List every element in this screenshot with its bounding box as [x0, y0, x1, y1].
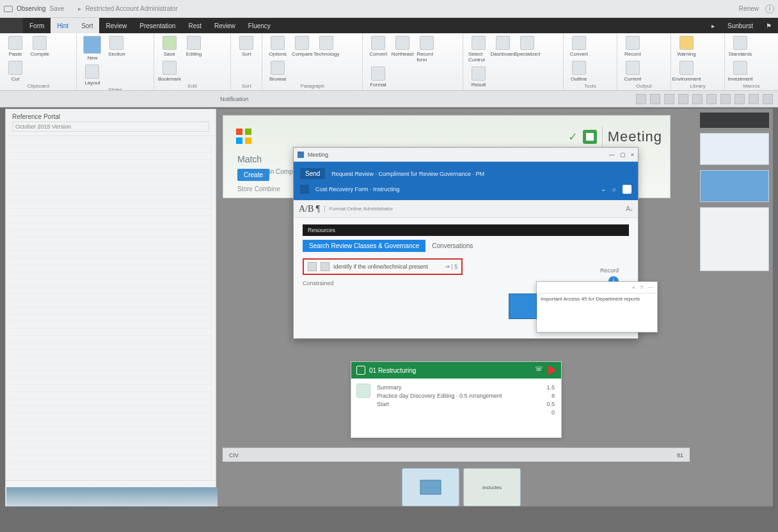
- ribbon-record2[interactable]: Record: [623, 36, 643, 57]
- ribbon-section[interactable]: Section: [106, 36, 127, 61]
- tb2-icon[interactable]: [664, 94, 674, 104]
- ribbon-current[interactable]: Current: [623, 61, 643, 82]
- ribbon-group-clipboard: Paste Compile Cut Clipboard: [0, 33, 77, 90]
- card-phone-icon[interactable]: ☏: [535, 365, 543, 375]
- tab-right-chevron[interactable]: ▸: [705, 18, 721, 33]
- tab-unselected[interactable]: Conversations: [425, 240, 479, 252]
- flyout-help-icon[interactable]: ?: [640, 285, 643, 290]
- tab-sort[interactable]: Sort: [75, 18, 99, 33]
- send-button[interactable]: Send: [300, 168, 325, 179]
- ribbon-compare[interactable]: Compare: [292, 36, 312, 57]
- tab-rest[interactable]: Rest: [182, 18, 208, 33]
- font-size[interactable]: A/B ¶: [299, 204, 320, 214]
- ribbon-convert2[interactable]: Convert: [569, 36, 589, 57]
- ribbon-recordform[interactable]: Record form: [417, 36, 437, 63]
- tab-flag-icon[interactable]: ⚑: [759, 18, 778, 33]
- tab-form[interactable]: Form: [23, 18, 51, 33]
- ribbon-layout[interactable]: Layout: [82, 65, 102, 86]
- right-column: [696, 109, 773, 506]
- tab-selected[interactable]: Search Review Classes & Governance: [303, 240, 425, 252]
- renew-link[interactable]: Renew: [739, 5, 759, 12]
- ribbon-environment[interactable]: Environment: [676, 61, 697, 82]
- flyout-close-icon[interactable]: ×: [632, 285, 635, 290]
- nav-header: Reference Portal October 2015 Version: [6, 109, 216, 136]
- ribbon-convert[interactable]: Convert: [368, 36, 388, 63]
- ribbon-format[interactable]: Format: [368, 66, 388, 88]
- tab-sunburst[interactable]: Sunburst: [721, 18, 759, 33]
- play-icon[interactable]: [548, 365, 556, 375]
- tab-presentation[interactable]: Presentation: [133, 18, 182, 33]
- tab-file[interactable]: [0, 18, 23, 33]
- ribbon-dashboard[interactable]: Dashboard: [493, 36, 513, 63]
- checkbox-icon[interactable]: [308, 262, 317, 271]
- format-bar: A/B ¶ | Format Online Administrator Aᵥ: [294, 200, 638, 218]
- ribbon-group-slides: New Section Layout Slides: [77, 33, 154, 90]
- ribbon: Paste Compile Cut Clipboard New Section …: [0, 33, 778, 91]
- maximize-icon[interactable]: ▢: [620, 152, 626, 158]
- tab-review2[interactable]: Review: [208, 18, 242, 33]
- ribbon-options[interactable]: Options: [267, 36, 288, 57]
- nav-title: Reference Portal: [12, 113, 209, 120]
- dialog-titlebar[interactable]: Meeting — ▢ ×: [294, 148, 638, 162]
- tab-fluency[interactable]: Fluency: [242, 18, 277, 33]
- task-thumb[interactable]: Includes: [463, 468, 521, 506]
- list-icon[interactable]: [300, 185, 309, 194]
- notification-card: 01 Restructuring ☏ Summary1.5 Practice d…: [351, 361, 562, 438]
- flyout-more-icon[interactable]: ⋯: [648, 285, 653, 290]
- rc-box[interactable]: [700, 133, 769, 165]
- gear-icon[interactable]: [623, 185, 631, 194]
- ribbon-specialized[interactable]: Specialized: [517, 36, 537, 63]
- tb2-icon[interactable]: [749, 94, 759, 104]
- chevron-down-icon[interactable]: ⌄: [601, 185, 606, 192]
- canvas: ✓ Meeting Match Current login Company Cr…: [223, 109, 773, 506]
- section-bar: Resources: [303, 224, 629, 236]
- ribbon-outline[interactable]: Outline: [569, 61, 589, 82]
- close-icon[interactable]: ×: [631, 152, 634, 158]
- tb2-icon[interactable]: [636, 94, 646, 104]
- nav-sub: October 2015 Version: [12, 121, 209, 132]
- tb2-icon[interactable]: [720, 94, 731, 104]
- field-end-icon[interactable]: ⇥ | §: [445, 263, 457, 270]
- tb2-icon[interactable]: [678, 94, 688, 104]
- ribbon-select[interactable]: Select Control: [468, 36, 489, 63]
- search-icon[interactable]: ⌕: [612, 185, 616, 192]
- ribbon-save[interactable]: Save: [159, 36, 180, 57]
- rc-box[interactable]: [700, 170, 769, 202]
- tab-hint[interactable]: Hint: [51, 18, 75, 33]
- minimize-icon[interactable]: —: [609, 152, 615, 158]
- rc-header: [700, 113, 769, 128]
- ribbon-technology[interactable]: Technology: [316, 36, 337, 57]
- save-label[interactable]: Save: [50, 5, 65, 12]
- ribbon-editing[interactable]: Editing: [184, 36, 204, 57]
- meeting-app-icon: [583, 130, 597, 144]
- format-note: Format Online Administrator: [329, 206, 393, 212]
- ribbon-cut[interactable]: Cut: [5, 61, 26, 82]
- tb2-icon[interactable]: [763, 94, 773, 104]
- create-button[interactable]: Create: [237, 169, 269, 181]
- tb2-icon[interactable]: [734, 94, 745, 104]
- task-thumb[interactable]: [402, 468, 459, 506]
- tb2-icon[interactable]: [692, 94, 703, 104]
- ribbon-paste[interactable]: Paste: [5, 36, 26, 57]
- tab-review[interactable]: Review: [99, 18, 133, 33]
- info-icon[interactable]: i: [765, 4, 774, 13]
- highlighted-field[interactable]: Identify if the online/technical present…: [303, 258, 463, 275]
- ribbon-bookmark[interactable]: Bookmark: [159, 61, 180, 82]
- ribbon-standards[interactable]: Standards: [730, 36, 750, 57]
- checkmark-icon: ✓: [568, 130, 578, 144]
- window-icon: [298, 152, 304, 158]
- ribbon-browse[interactable]: Browse: [267, 61, 288, 82]
- rc-box[interactable]: [700, 207, 769, 271]
- ribbon-northeast[interactable]: Northeast: [392, 36, 413, 63]
- tb2-icon[interactable]: [650, 94, 660, 104]
- ribbon-investment[interactable]: Investment: [730, 61, 750, 82]
- flyout-anchor[interactable]: [509, 293, 537, 319]
- ribbon-compile[interactable]: Compile: [29, 36, 50, 57]
- ribbon-new[interactable]: New: [82, 36, 102, 61]
- format-more-icon[interactable]: Aᵥ: [626, 205, 633, 212]
- nav-list[interactable]: [6, 136, 216, 480]
- ribbon-result[interactable]: Result: [468, 66, 489, 88]
- ribbon-sort[interactable]: Sort: [236, 36, 257, 57]
- tb2-icon[interactable]: [706, 94, 717, 104]
- ribbon-warning[interactable]: Warning: [676, 36, 697, 57]
